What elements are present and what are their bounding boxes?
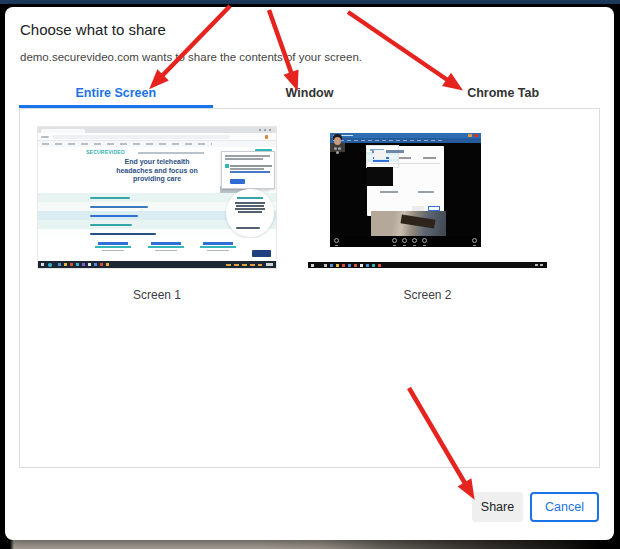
camera-icon: [334, 238, 339, 243]
screen-share-picker: Choose what to share demo.securevideo.co…: [0, 0, 620, 549]
underline: [95, 246, 131, 248]
video-call-window: [330, 133, 481, 247]
text-line: [238, 211, 262, 213]
clock-icon: [266, 263, 273, 266]
text-line: [207, 250, 229, 252]
popup-blue-button: [230, 179, 245, 184]
stats-row: [38, 238, 276, 261]
screen-1-caption: Screen 1: [38, 288, 276, 304]
text-line: [230, 168, 264, 170]
tab-chrome-tab[interactable]: Chrome Tab: [406, 77, 600, 108]
mic-icon: [392, 238, 397, 243]
taskbar-tray-text: [226, 264, 262, 266]
call-toolbar: [330, 138, 481, 143]
screen-2-caption: Screen 2: [308, 288, 547, 304]
text-line: [418, 191, 434, 193]
mini-tab: [423, 157, 436, 159]
invite-icon: [422, 238, 427, 243]
share-screen-icon: [412, 238, 417, 243]
notification-popup: [221, 151, 275, 189]
stat-column: [95, 242, 131, 253]
underline: [200, 246, 236, 248]
navy-cta-button: [252, 250, 271, 257]
screen-1-thumbnail[interactable]: SECUREVIDEO End your telehealth headache…: [38, 127, 276, 268]
extension-icon: [265, 135, 269, 139]
browser-address-bar: [38, 133, 276, 141]
video-icon: [402, 238, 407, 243]
text-line: [203, 242, 233, 245]
share-button[interactable]: Share: [472, 492, 523, 522]
text-line: [237, 197, 263, 199]
text-line: [236, 205, 264, 207]
clock-icon: [535, 264, 543, 266]
start-icon: [311, 264, 314, 267]
text-line: [230, 165, 272, 167]
nested-share-dialog: [367, 146, 444, 216]
person-face: [334, 137, 341, 145]
text-line: [155, 250, 177, 252]
text-line: [225, 155, 270, 157]
taskbar: [38, 261, 276, 268]
call-control-bar: [330, 236, 481, 247]
omnibox: [52, 135, 230, 139]
tab-window[interactable]: Window: [213, 77, 407, 108]
remote-webcam-feed: [371, 211, 446, 237]
text-line: [90, 224, 132, 226]
text-line: [90, 233, 156, 235]
mini-dialog: [374, 150, 386, 159]
badge-navy-button: [236, 227, 260, 229]
text-line: [90, 197, 130, 199]
text-line: [380, 191, 398, 193]
text-line: [90, 215, 138, 217]
text-line: [151, 242, 181, 245]
window-controls-icon: [259, 129, 273, 131]
text-line: [90, 206, 148, 208]
settings-icon: [472, 238, 477, 243]
nav-links-line: [138, 152, 204, 154]
screen-2-thumbnail[interactable]: [308, 127, 547, 268]
link-line: [230, 171, 270, 173]
stat-column: [148, 242, 184, 253]
mini-tab: [399, 157, 411, 159]
taskbar-app-icons: [58, 263, 122, 266]
bookmark-text-lines: [42, 143, 212, 145]
text-line: [98, 242, 128, 245]
taskbar: [308, 262, 547, 268]
tab-bar: Entire Screen Window Chrome Tab: [19, 77, 600, 108]
participants-icon: [334, 147, 342, 155]
securevideo-logo: SECUREVIDEO: [86, 149, 125, 154]
start-icon: [41, 263, 44, 266]
popup-teal-icon: [225, 164, 229, 168]
background-top-strip: [0, 0, 620, 4]
share-dialog: Choose what to share demo.securevideo.co…: [5, 7, 614, 540]
cortana-icon: [48, 263, 52, 267]
mini-screen-2: [367, 167, 393, 186]
promo-circle-badge: [226, 189, 274, 237]
close-icon: [474, 134, 478, 137]
underline: [148, 246, 184, 248]
tab-entire-screen[interactable]: Entire Screen: [19, 77, 213, 108]
back-icon: [41, 136, 49, 139]
minimize-icon: [468, 134, 472, 137]
divider: [371, 163, 440, 164]
dialog-subtitle: demo.securevideo.com wants to share the …: [20, 51, 362, 63]
cancel-button[interactable]: Cancel: [530, 492, 599, 522]
text-line: [235, 208, 265, 210]
page-title: Choose what to share: [20, 21, 166, 38]
text-line: [225, 158, 263, 160]
background-bottom-strip: [0, 540, 620, 549]
toolbar-text: [333, 140, 443, 142]
text-line: [102, 250, 124, 252]
stat-column: [200, 242, 236, 253]
taskbar-app-icons: [324, 264, 394, 267]
text-line: [235, 202, 265, 204]
dark-object: [401, 214, 436, 228]
